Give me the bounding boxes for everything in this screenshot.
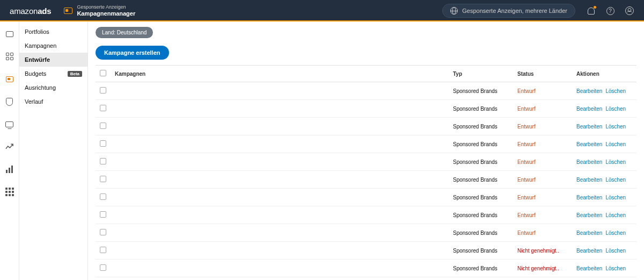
edit-link[interactable]: Bearbeiten (576, 230, 602, 236)
row-checkbox[interactable] (100, 105, 106, 111)
main-content: Land: Deutschland Kampagne erstellen Kam… (88, 21, 644, 280)
rail-dashboard[interactable] (5, 52, 14, 61)
cell-status: Entwurf (513, 82, 572, 100)
row-checkbox[interactable] (100, 193, 106, 200)
cell-actions: BearbeitenLöschen (572, 206, 636, 224)
table-row: Sponsored BrandsEntwurfBearbeitenLöschen (96, 135, 636, 153)
cell-type: Sponsored Brands (449, 82, 513, 100)
rail-reports[interactable] (5, 164, 14, 174)
sidebar-item-kampagnen[interactable]: Kampagnen (19, 39, 87, 53)
scope-selector[interactable]: Gesponserte Anzeigen, mehrere Länder (442, 4, 575, 18)
cell-type: Sponsored Brands (449, 277, 513, 281)
table-row: Sponsored BrandsEntwurfBearbeitenLöschen (96, 118, 636, 135)
cell-actions: BearbeitenLöschen (572, 153, 636, 171)
col-campaign[interactable]: Kampagnen (111, 66, 449, 82)
cell-campaign[interactable] (111, 260, 449, 277)
row-checkbox[interactable] (100, 123, 106, 129)
rail-brand-safety[interactable] (5, 97, 14, 106)
campaign-manager-icon (64, 8, 72, 14)
create-campaign-button[interactable]: Kampagne erstellen (96, 46, 169, 60)
cell-campaign[interactable] (111, 189, 449, 206)
rail-bookmark[interactable] (5, 29, 14, 39)
edit-link[interactable]: Bearbeiten (576, 212, 602, 218)
edit-link[interactable]: Bearbeiten (576, 106, 602, 112)
edit-link[interactable]: Bearbeiten (576, 159, 602, 165)
delete-link[interactable]: Löschen (605, 141, 626, 147)
edit-link[interactable]: Bearbeiten (576, 177, 602, 183)
delete-link[interactable]: Löschen (605, 248, 626, 254)
sidebar-item-verlauf[interactable]: Verlauf (19, 95, 87, 109)
cell-campaign[interactable] (111, 171, 449, 189)
row-checkbox[interactable] (100, 229, 106, 235)
delete-link[interactable]: Löschen (605, 124, 626, 130)
cell-status: Nicht genehmigt.. (513, 260, 572, 277)
edit-link[interactable]: Bearbeiten (576, 141, 602, 147)
cell-campaign[interactable] (111, 153, 449, 171)
select-all-checkbox[interactable] (100, 70, 106, 76)
help-button[interactable]: ? (605, 6, 615, 16)
delete-link[interactable]: Löschen (605, 177, 626, 183)
cell-campaign[interactable] (111, 277, 449, 281)
app-switcher[interactable]: Gesponserte Anzeigen Kampagnenmanager (64, 5, 135, 17)
brand-logo[interactable]: amazonads (10, 6, 51, 16)
notifications-button[interactable] (586, 6, 596, 16)
delete-link[interactable]: Löschen (605, 88, 626, 94)
edit-link[interactable]: Bearbeiten (576, 124, 602, 130)
row-checkbox[interactable] (100, 176, 106, 182)
delete-link[interactable]: Löschen (605, 159, 626, 165)
cell-type: Sponsored Brands (449, 224, 513, 242)
edit-link[interactable]: Bearbeiten (576, 248, 602, 254)
delete-link[interactable]: Löschen (605, 195, 626, 200)
nav-rail (0, 21, 19, 280)
cell-actions: BearbeitenLöschen (572, 189, 636, 206)
cell-type: Sponsored Brands (449, 206, 513, 224)
col-type[interactable]: Typ (449, 66, 513, 82)
delete-link[interactable]: Löschen (605, 106, 626, 112)
cell-campaign[interactable] (111, 100, 449, 118)
account-button[interactable] (625, 6, 634, 16)
cell-campaign[interactable] (111, 118, 449, 135)
cell-status: Entwurf (513, 206, 572, 224)
delete-link[interactable]: Löschen (605, 212, 626, 218)
delete-link[interactable]: Löschen (605, 230, 626, 236)
cell-actions: BearbeitenLöschen (572, 260, 636, 277)
cell-campaign[interactable] (111, 135, 449, 153)
cell-actions: BearbeitenLöschen (572, 277, 636, 281)
sidebar-item-ausrichtung[interactable]: Ausrichtung (19, 81, 87, 95)
cell-type: Sponsored Brands (449, 260, 513, 277)
table-row: Sponsored BrandsEntwurfBearbeitenLöschen (96, 82, 636, 100)
row-checkbox[interactable] (100, 87, 106, 94)
row-checkbox[interactable] (100, 264, 106, 271)
rail-campaigns[interactable] (5, 74, 14, 84)
delete-link[interactable]: Löschen (605, 265, 626, 271)
cell-campaign[interactable] (111, 206, 449, 224)
sidebar-item-entwürfe[interactable]: Entwürfe (19, 53, 87, 67)
cell-actions: BearbeitenLöschen (572, 82, 636, 100)
cell-campaign[interactable] (111, 224, 449, 242)
rail-creative[interactable] (5, 119, 14, 129)
user-icon (625, 6, 634, 15)
col-status[interactable]: Status (513, 66, 572, 82)
edit-link[interactable]: Bearbeiten (576, 88, 602, 94)
row-checkbox[interactable] (100, 140, 106, 147)
table-row: Sponsored BrandsNicht genehmigt..Bearbei… (96, 260, 636, 277)
rail-apps[interactable] (5, 187, 14, 197)
col-select (96, 66, 111, 82)
edit-link[interactable]: Bearbeiten (576, 265, 602, 271)
cell-campaign[interactable] (111, 242, 449, 260)
sidebar-item-label: Portfolios (25, 28, 49, 35)
cell-status: Entwurf (513, 171, 572, 189)
country-filter-chip[interactable]: Land: Deutschland (96, 27, 153, 38)
sidebar-item-portfolios[interactable]: Portfolios (19, 25, 87, 39)
rail-insights[interactable] (5, 142, 14, 152)
row-checkbox[interactable] (100, 211, 106, 218)
row-checkbox[interactable] (100, 247, 106, 253)
edit-link[interactable]: Bearbeiten (576, 195, 602, 200)
row-checkbox[interactable] (100, 158, 106, 164)
cell-campaign[interactable] (111, 82, 449, 100)
cell-actions: BearbeitenLöschen (572, 135, 636, 153)
section-sidebar: PortfoliosKampagnenEntwürfeBudgetsBetaAu… (19, 21, 88, 280)
sidebar-item-label: Verlauf (25, 98, 43, 105)
sidebar-item-budgets[interactable]: BudgetsBeta (19, 67, 87, 81)
action-bar: Kampagne erstellen (88, 44, 644, 65)
